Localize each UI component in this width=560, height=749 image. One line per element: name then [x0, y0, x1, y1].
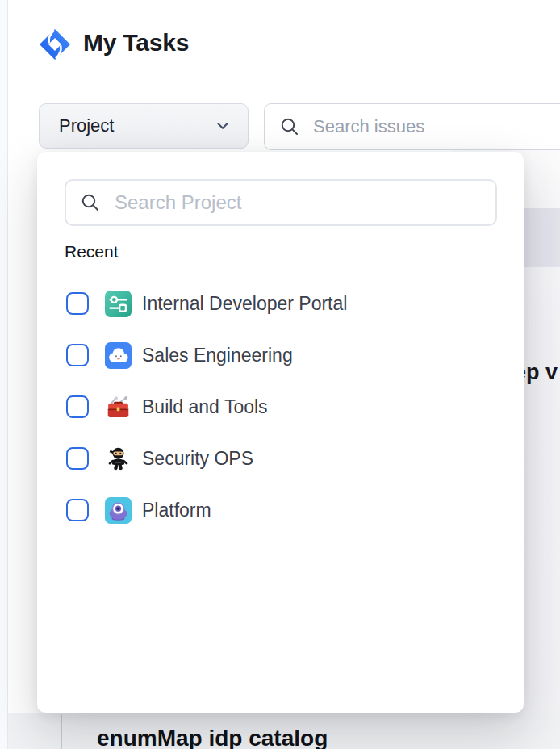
- project-option-platform[interactable]: Platform: [37, 484, 524, 536]
- screen: ep v enumMap idp catalog My Tasks Projec…: [0, 0, 560, 749]
- page-title: My Tasks: [83, 29, 189, 56]
- project-option-internal-developer-portal[interactable]: Internal Developer Portal: [37, 278, 524, 329]
- background-bottom-strip: enumMap idp catalog: [8, 713, 560, 749]
- project-checkbox[interactable]: [66, 344, 89, 366]
- vertical-divider: [61, 714, 62, 749]
- project-options-list: Internal Developer Portal: [37, 278, 524, 536]
- task-title-partial: enumMap idp catalog: [97, 726, 328, 749]
- toolbox-icon: [105, 394, 132, 421]
- project-option-sales-engineering[interactable]: Sales Engineering: [37, 329, 524, 381]
- chevron-down-icon: [214, 117, 232, 135]
- project-option-security-ops[interactable]: Security OPS: [37, 433, 524, 484]
- project-dropdown-panel: Recent: [37, 152, 524, 713]
- project-checkbox[interactable]: [66, 292, 89, 315]
- project-option-label: Internal Developer Portal: [142, 293, 347, 315]
- project-filter-label: Project: [59, 115, 114, 136]
- project-search-field[interactable]: [65, 179, 497, 226]
- project-option-label: Build and Tools: [142, 396, 268, 418]
- search-issues-input[interactable]: [311, 115, 560, 138]
- recent-section-label: Recent: [65, 242, 119, 262]
- cloud-face-icon: [105, 342, 132, 369]
- project-checkbox[interactable]: [66, 447, 89, 470]
- project-option-label: Platform: [142, 500, 211, 521]
- workflow-sliders-icon: [105, 291, 132, 317]
- project-option-label: Sales Engineering: [142, 345, 293, 366]
- project-search-input[interactable]: [113, 190, 495, 215]
- left-rail: [0, 0, 8, 749]
- search-icon: [279, 116, 300, 137]
- search-issues-field[interactable]: [264, 103, 560, 150]
- project-checkbox[interactable]: [66, 395, 89, 418]
- project-option-label: Security OPS: [142, 448, 253, 470]
- project-checkbox[interactable]: [66, 499, 89, 521]
- ninja-icon: [105, 446, 132, 472]
- project-option-build-and-tools[interactable]: Build and Tools: [37, 381, 524, 433]
- alien-icon: [105, 497, 132, 524]
- jira-logo: [38, 27, 72, 61]
- search-icon: [80, 192, 101, 213]
- project-filter-button[interactable]: Project: [39, 103, 249, 149]
